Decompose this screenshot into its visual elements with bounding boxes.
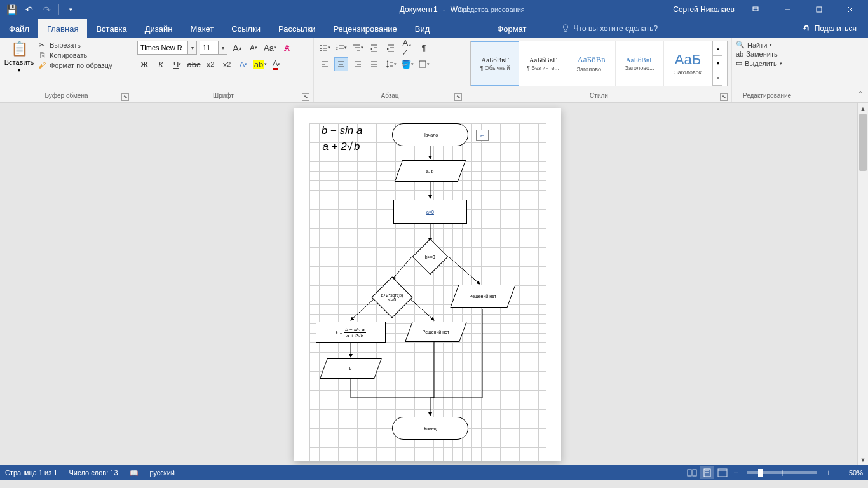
maximize-icon[interactable]: [804, 0, 834, 19]
align-left-button[interactable]: [318, 57, 332, 71]
styles-launcher-icon[interactable]: ⬊: [720, 93, 728, 101]
flow-input[interactable]: a, b: [395, 160, 466, 182]
tab-file[interactable]: Файл: [0, 19, 38, 38]
gallery-down-icon[interactable]: ▾: [713, 56, 722, 71]
flow-start[interactable]: Начало: [392, 123, 468, 146]
print-layout-icon[interactable]: [700, 466, 714, 479]
tab-home[interactable]: Главная: [38, 19, 87, 38]
zoom-thumb[interactable]: [758, 469, 763, 477]
tab-design[interactable]: Дизайн: [136, 19, 182, 38]
format-painter-button[interactable]: 🖌Формат по образцу: [37, 61, 112, 70]
multilevel-button[interactable]: ▾: [351, 41, 365, 55]
tab-references[interactable]: Ссылки: [222, 19, 269, 38]
tab-format[interactable]: Формат: [488, 19, 535, 38]
tab-view[interactable]: Вид: [406, 19, 439, 38]
flow-process1[interactable]: a=0: [393, 200, 467, 224]
cut-button[interactable]: ✂Вырезать: [37, 41, 112, 50]
zoom-level[interactable]: 50%: [835, 469, 863, 477]
document-page[interactable]: b − sin a a + 2b ⎈ ⌐: [294, 108, 561, 461]
ribbon-opts-icon[interactable]: [741, 0, 770, 19]
numbering-button[interactable]: 12▾: [334, 41, 348, 55]
status-proofing-icon[interactable]: 📖: [130, 469, 139, 477]
flow-no-solution2[interactable]: Решений нет: [405, 322, 467, 342]
status-page[interactable]: Страница 1 из 1: [5, 469, 57, 477]
vertical-scrollbar[interactable]: ▲ ▼: [857, 103, 868, 465]
read-mode-icon[interactable]: [685, 466, 699, 479]
font-size-combo[interactable]: ▾: [200, 41, 227, 55]
flow-process2[interactable]: k = b − sin aa + 2√b: [316, 322, 386, 343]
italic-button[interactable]: К: [154, 57, 168, 71]
web-layout-icon[interactable]: [715, 466, 729, 479]
style-no-spacing[interactable]: АаБбВвГ¶ Без инте...: [519, 41, 567, 86]
flow-decision2[interactable]: a+2*sqrt(b)<>0: [371, 276, 412, 318]
gallery-more-icon[interactable]: ▿: [713, 71, 722, 86]
scroll-up-icon[interactable]: ▲: [858, 103, 868, 114]
superscript-button[interactable]: x2: [220, 57, 234, 71]
justify-button[interactable]: [367, 57, 381, 71]
font-name-input[interactable]: [138, 41, 187, 54]
chevron-down-icon[interactable]: ▾: [187, 41, 196, 54]
tab-layout[interactable]: Макет: [181, 19, 222, 38]
tab-review[interactable]: Рецензирование: [324, 19, 405, 38]
tab-insert[interactable]: Вставка: [87, 19, 135, 38]
close-icon[interactable]: [836, 0, 865, 19]
decrease-indent-button[interactable]: [367, 41, 381, 55]
flow-no-solution1[interactable]: Решений нет: [450, 285, 515, 308]
scroll-down-icon[interactable]: ▼: [858, 454, 868, 465]
copy-button[interactable]: ⎘Копировать: [37, 51, 112, 60]
strikethrough-button[interactable]: abc: [187, 57, 201, 71]
font-size-input[interactable]: [200, 41, 218, 54]
zoom-slider[interactable]: [747, 471, 817, 474]
style-title[interactable]: АаБЗаголовок: [664, 41, 712, 86]
find-button[interactable]: 🔍Найти▾: [736, 41, 798, 49]
highlight-button[interactable]: ab▾: [253, 57, 267, 71]
zoom-out-button[interactable]: −: [731, 468, 741, 478]
collapse-ribbon-icon[interactable]: ˄: [855, 90, 865, 100]
paragraph-launcher-icon[interactable]: ⬊: [454, 93, 462, 101]
sort-button[interactable]: A↓Z: [400, 41, 414, 55]
font-launcher-icon[interactable]: ⬊: [302, 93, 309, 101]
status-language[interactable]: русский: [150, 469, 175, 477]
font-color-button[interactable]: A▾: [269, 57, 283, 71]
bullets-button[interactable]: ▾: [318, 41, 332, 55]
chevron-down-icon[interactable]: ▾: [218, 41, 227, 54]
increase-indent-button[interactable]: [384, 41, 398, 55]
change-case-button[interactable]: Aa▾: [263, 41, 277, 55]
underline-button[interactable]: Ч▾: [170, 57, 184, 71]
replace-button[interactable]: abЗаменить: [736, 50, 798, 58]
user-name[interactable]: Сергей Николаев: [673, 5, 735, 14]
style-normal[interactable]: АаБбВвГ¶ Обычный: [471, 41, 519, 86]
save-icon[interactable]: 💾: [4, 2, 19, 17]
minimize-icon[interactable]: [773, 0, 802, 19]
shading-button[interactable]: 🪣▾: [400, 57, 414, 71]
style-heading2[interactable]: АаБбВвГЗаголово...: [616, 41, 664, 86]
show-marks-button[interactable]: ¶: [417, 41, 431, 55]
status-words[interactable]: Число слов: 13: [69, 469, 118, 477]
clear-format-button[interactable]: A̷: [280, 41, 294, 55]
flowchart-canvas[interactable]: Начало a, b a=0 b>=0 a+2*sqrt(b)<>0 Реше…: [309, 123, 546, 461]
grow-font-button[interactable]: A▴: [230, 41, 244, 55]
scroll-thumb[interactable]: [859, 114, 867, 171]
shrink-font-button[interactable]: A▾: [247, 41, 261, 55]
line-spacing-button[interactable]: ▾: [384, 57, 398, 71]
styles-gallery[interactable]: АаБбВвГ¶ Обычный АаБбВвГ¶ Без инте... Аа…: [470, 41, 728, 86]
gallery-up-icon[interactable]: ▴: [713, 41, 722, 56]
flow-output[interactable]: k: [320, 358, 382, 379]
qat-dropdown-icon[interactable]: ▾: [63, 2, 78, 17]
tab-mailings[interactable]: Рассылки: [269, 19, 324, 38]
font-name-combo[interactable]: ▾: [137, 41, 197, 55]
redo-icon[interactable]: ↷: [39, 2, 55, 17]
flow-end[interactable]: Конец: [392, 417, 468, 440]
zoom-in-button[interactable]: +: [824, 468, 834, 478]
subscript-button[interactable]: x2: [203, 57, 217, 71]
select-button[interactable]: ▭Выделить▾: [736, 59, 798, 67]
align-right-button[interactable]: [351, 57, 365, 71]
tell-me-input[interactable]: Что вы хотите сделать?: [561, 19, 658, 38]
undo-icon[interactable]: ↶: [22, 2, 37, 17]
share-button[interactable]: Поделиться: [790, 19, 868, 38]
flow-decision1[interactable]: b>=0: [412, 239, 449, 275]
align-center-button[interactable]: [334, 57, 348, 71]
bold-button[interactable]: Ж: [137, 57, 151, 71]
clipboard-launcher-icon[interactable]: ⬊: [121, 93, 129, 101]
borders-button[interactable]: ▾: [417, 57, 431, 71]
